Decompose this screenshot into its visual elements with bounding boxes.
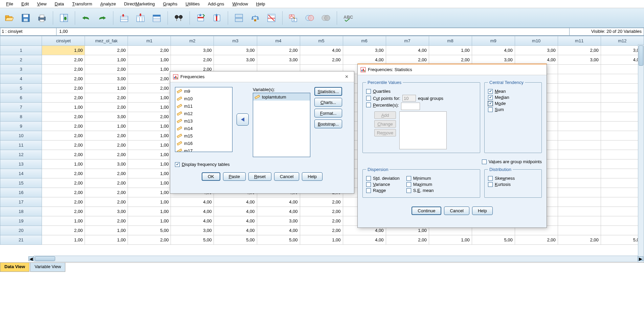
- row-header[interactable]: 17: [0, 197, 42, 207]
- row-header[interactable]: 1: [0, 46, 42, 55]
- quartiles-checkbox[interactable]: [366, 89, 371, 94]
- data-cell[interactable]: 1,00: [85, 55, 128, 65]
- data-cell[interactable]: 2,00: [42, 188, 85, 197]
- data-cell[interactable]: [558, 112, 601, 122]
- data-cell[interactable]: 1,00: [128, 55, 171, 65]
- sum-checkbox[interactable]: [488, 107, 493, 112]
- data-cell[interactable]: 2,00: [85, 178, 128, 188]
- data-cell[interactable]: 2,00: [42, 74, 85, 84]
- column-header[interactable]: m9: [472, 36, 515, 46]
- column-header[interactable]: m8: [429, 36, 472, 46]
- menu-direct-marketing[interactable]: Direct Marketing: [120, 0, 159, 8]
- data-cell[interactable]: 3,00: [601, 46, 644, 55]
- menu-edit[interactable]: Edit: [17, 0, 33, 8]
- menu-transform[interactable]: Transform: [68, 0, 96, 8]
- cancel-button[interactable]: Cancel: [444, 207, 469, 215]
- menu-add-ons[interactable]: Add-ons: [204, 0, 228, 8]
- row-header[interactable]: 11: [0, 141, 42, 150]
- data-cell[interactable]: 1,00: [42, 216, 85, 226]
- column-header[interactable]: m6: [343, 36, 386, 46]
- data-cell[interactable]: 4,00: [257, 197, 300, 207]
- data-cell[interactable]: [601, 131, 644, 141]
- data-cell[interactable]: [558, 141, 601, 150]
- data-cell[interactable]: [558, 188, 601, 197]
- data-cell[interactable]: 2,00: [171, 55, 214, 65]
- row-header[interactable]: 15: [0, 178, 42, 188]
- data-cell[interactable]: 2,00: [42, 169, 85, 178]
- list-item[interactable]: m16: [175, 139, 232, 147]
- recall-dialog-icon[interactable]: [57, 11, 71, 25]
- horizontal-scrollbar[interactable]: ◀ ▶: [34, 256, 638, 262]
- data-cell[interactable]: 4,00: [214, 216, 257, 226]
- data-cell[interactable]: 4,00: [343, 55, 386, 65]
- data-cell[interactable]: 5,00: [128, 226, 171, 235]
- data-cell[interactable]: 5,00: [257, 235, 300, 245]
- skewness-checkbox[interactable]: [488, 176, 493, 181]
- undo-icon[interactable]: [79, 11, 93, 25]
- data-cell[interactable]: [601, 188, 644, 197]
- save-icon[interactable]: [19, 11, 32, 25]
- data-cell[interactable]: 1,00: [42, 159, 85, 169]
- insert-variable-icon[interactable]: ★: [210, 11, 224, 25]
- column-header[interactable]: m3: [214, 36, 257, 46]
- data-cell[interactable]: 3,00: [214, 46, 257, 55]
- data-cell[interactable]: 3,00: [558, 55, 601, 65]
- data-cell[interactable]: [558, 197, 601, 207]
- percentile-checkbox[interactable]: [366, 103, 371, 107]
- data-cell[interactable]: [601, 103, 644, 112]
- row-header[interactable]: 2: [0, 55, 42, 65]
- data-cell[interactable]: [558, 103, 601, 112]
- data-cell[interactable]: [601, 84, 644, 93]
- column-header[interactable]: m12: [601, 36, 644, 46]
- column-header[interactable]: m7: [386, 36, 429, 46]
- data-cell[interactable]: 4,00: [171, 216, 214, 226]
- menu-file[interactable]: File: [2, 0, 17, 8]
- data-cell[interactable]: [558, 74, 601, 84]
- max-checkbox[interactable]: [406, 182, 411, 187]
- data-cell[interactable]: 2,00: [42, 131, 85, 141]
- data-cell[interactable]: 5,00: [171, 235, 214, 245]
- data-cell[interactable]: 3,00: [343, 46, 386, 55]
- menu-graphs[interactable]: Graphs: [159, 0, 182, 8]
- redo-icon[interactable]: [95, 11, 109, 25]
- scroll-left-icon[interactable]: ◀: [28, 256, 34, 261]
- data-cell[interactable]: 2,00: [515, 235, 558, 245]
- data-cell[interactable]: 2,00: [128, 74, 171, 84]
- data-cell[interactable]: 2,00: [42, 65, 85, 74]
- list-item[interactable]: toplamtutum: [253, 93, 310, 101]
- data-cell[interactable]: 2,00: [429, 55, 472, 65]
- data-cell[interactable]: 3,00: [85, 207, 128, 216]
- menu-view[interactable]: View: [33, 0, 50, 8]
- data-cell[interactable]: [558, 84, 601, 93]
- variance-checkbox[interactable]: [366, 182, 371, 187]
- split-file-icon[interactable]: [232, 11, 246, 25]
- statistics-button[interactable]: Statistics...: [314, 87, 342, 96]
- data-cell[interactable]: 2,00: [300, 207, 343, 216]
- list-item[interactable]: m10: [175, 95, 232, 102]
- data-cell[interactable]: 2,00: [42, 93, 85, 103]
- data-cell[interactable]: 4,00: [214, 226, 257, 235]
- min-checkbox[interactable]: [406, 176, 411, 181]
- row-header[interactable]: 7: [0, 103, 42, 112]
- row-header[interactable]: 18: [0, 207, 42, 216]
- data-cell[interactable]: 1,00: [128, 207, 171, 216]
- data-cell[interactable]: 3,00: [85, 159, 128, 169]
- data-cell[interactable]: 3,00: [214, 55, 257, 65]
- mode-checkbox[interactable]: [488, 101, 493, 106]
- data-cell[interactable]: 1,00: [128, 169, 171, 178]
- column-header[interactable]: mez_ol_fak: [85, 36, 128, 46]
- vertical-scrollbar[interactable]: [638, 44, 644, 271]
- move-variable-button[interactable]: [237, 113, 249, 126]
- data-cell[interactable]: [601, 178, 644, 188]
- insert-cases-icon[interactable]: ★: [194, 11, 207, 25]
- menu-data[interactable]: Data: [51, 0, 68, 8]
- data-cell[interactable]: [601, 150, 644, 159]
- data-cell[interactable]: 3,00: [171, 226, 214, 235]
- charts-button[interactable]: Charts...: [314, 98, 342, 107]
- source-variable-list[interactable]: m9m10m11m12m13m14m15m16m17: [175, 87, 232, 152]
- data-cell[interactable]: 2,00: [85, 46, 128, 55]
- data-cell[interactable]: 4,00: [214, 207, 257, 216]
- help-button[interactable]: Help: [472, 207, 493, 215]
- data-cell[interactable]: 2,00: [85, 216, 128, 226]
- menu-analyze[interactable]: Analyze: [96, 0, 120, 8]
